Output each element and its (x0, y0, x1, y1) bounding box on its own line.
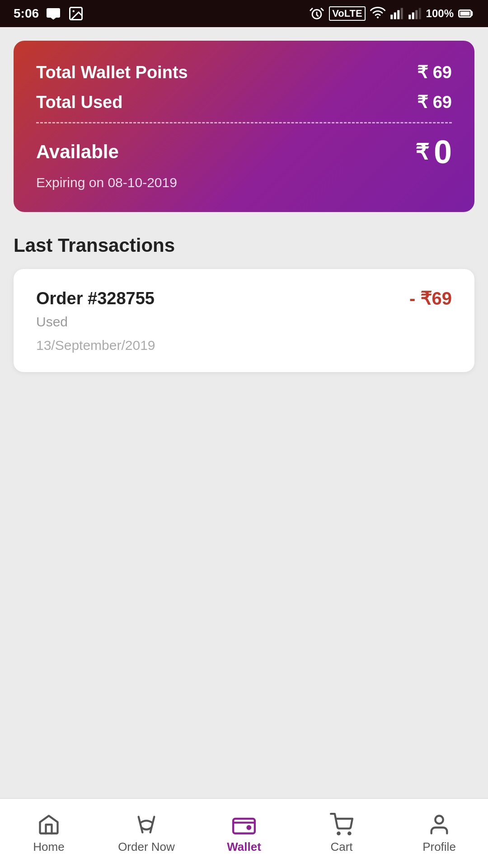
alarm-icon (309, 6, 324, 21)
nav-item-profile[interactable]: Profile (390, 813, 488, 854)
svg-rect-8 (400, 8, 403, 19)
available-row: Available ₹ 0 (36, 133, 452, 170)
total-wallet-points-label: Total Wallet Points (36, 63, 188, 82)
available-value-group: ₹ 0 (415, 133, 452, 170)
nav-item-wallet[interactable]: Wallet (195, 813, 293, 854)
svg-point-21 (435, 816, 443, 824)
battery-icon (458, 5, 474, 22)
transaction-amount: - ₹69 (409, 288, 452, 309)
bottom-nav: Home Order Now Wallet Cart (0, 798, 488, 868)
svg-rect-12 (418, 8, 421, 19)
signal-icon (390, 7, 404, 20)
svg-point-19 (338, 832, 339, 834)
total-wallet-points-row: Total Wallet Points ₹ 69 (36, 62, 452, 82)
profile-icon (427, 813, 451, 836)
cart-icon (330, 813, 353, 836)
svg-rect-11 (415, 10, 418, 19)
nav-item-order-now[interactable]: Order Now (98, 813, 195, 854)
nav-item-cart[interactable]: Cart (293, 813, 390, 854)
available-zero: 0 (434, 133, 452, 170)
status-bar: 5:06 VoLTE 100% (0, 0, 488, 27)
total-used-label: Total Used (36, 93, 122, 112)
svg-rect-14 (460, 12, 470, 16)
available-rupee: ₹ (415, 139, 429, 165)
svg-rect-5 (390, 15, 393, 19)
wallet-icon (232, 813, 256, 836)
nav-label-profile: Profile (422, 840, 456, 854)
main-content: Total Wallet Points ₹ 69 Total Used ₹ 69… (0, 27, 488, 868)
svg-line-16 (150, 817, 155, 833)
transaction-status: Used (36, 314, 452, 330)
nav-item-home[interactable]: Home (0, 813, 98, 854)
transaction-date: 13/September/2019 (36, 338, 452, 353)
svg-rect-0 (47, 8, 60, 18)
svg-line-15 (139, 817, 143, 833)
svg-rect-6 (394, 13, 396, 19)
svg-rect-7 (397, 10, 399, 19)
svg-point-4 (376, 16, 378, 18)
wallet-card: Total Wallet Points ₹ 69 Total Used ₹ 69… (14, 41, 474, 212)
svg-point-18 (248, 826, 251, 829)
order-now-icon (135, 813, 158, 836)
signal-icon2 (408, 7, 422, 20)
total-used-row: Total Used ₹ 69 (36, 92, 452, 112)
transaction-header: Order #328755 - ₹69 (36, 288, 452, 309)
last-transactions-title: Last Transactions (14, 235, 474, 256)
total-used-value: ₹ 69 (417, 92, 452, 112)
status-right: VoLTE 100% (309, 5, 474, 22)
status-left: 5:06 (14, 5, 84, 22)
wallet-divider (36, 122, 452, 123)
svg-rect-10 (412, 13, 414, 19)
transaction-order-id: Order #328755 (36, 289, 155, 308)
sms-icon (45, 5, 61, 22)
home-icon (37, 813, 61, 836)
nav-label-order-now: Order Now (118, 840, 175, 854)
svg-rect-9 (408, 15, 411, 19)
image-icon (68, 5, 84, 22)
status-time: 5:06 (14, 6, 39, 21)
nav-label-cart: Cart (330, 840, 352, 854)
nav-label-home: Home (33, 840, 64, 854)
wifi-icon (370, 6, 385, 21)
svg-point-20 (348, 832, 350, 834)
svg-rect-17 (233, 819, 255, 834)
wallet-expiry: Expiring on 08-10-2019 (36, 175, 452, 190)
volte-badge: VoLTE (329, 6, 365, 21)
battery-percentage: 100% (426, 7, 454, 20)
total-wallet-points-value: ₹ 69 (417, 62, 452, 82)
svg-point-2 (73, 10, 75, 13)
available-label: Available (36, 141, 119, 163)
nav-label-wallet: Wallet (227, 840, 261, 854)
transaction-card: Order #328755 - ₹69 Used 13/September/20… (14, 269, 474, 372)
last-transactions-section: Last Transactions Order #328755 - ₹69 Us… (14, 235, 474, 372)
